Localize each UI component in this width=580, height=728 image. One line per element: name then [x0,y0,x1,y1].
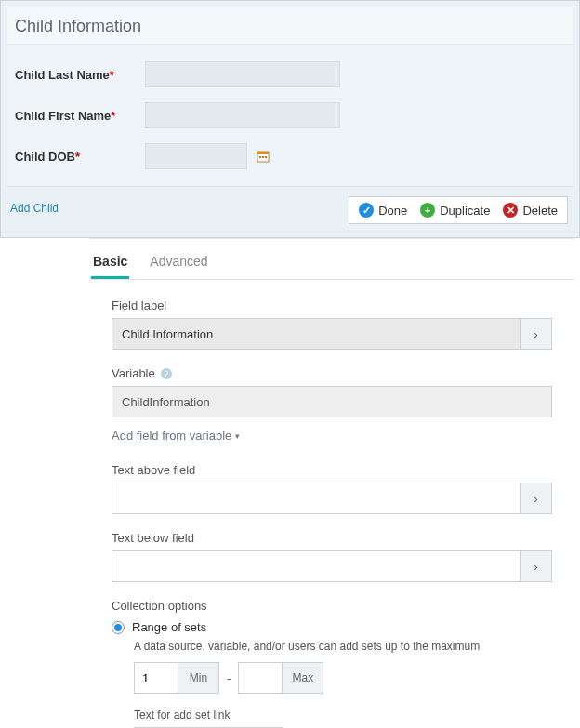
min-group: Min [134,662,219,694]
duplicate-label: Duplicate [440,204,490,218]
field-label-input[interactable] [112,318,521,350]
max-group: Max [238,662,323,694]
field-row-last-name: Child Last Name* [15,54,565,95]
chevron-right-icon: › [534,560,537,574]
radio-range-label: Range of sets [132,620,206,634]
input-first-name[interactable] [145,102,340,128]
range-sub-block: A data source, variable, and/or users ca… [134,640,552,728]
text-above-expand-button[interactable]: › [521,483,552,514]
input-last-name[interactable] [145,61,340,87]
label-first-name: Child First Name* [15,109,145,123]
text-below-expand-button[interactable]: › [521,550,552,582]
delete-icon: ✕ [503,203,518,218]
text-below-input[interactable] [112,550,521,582]
field-label-expand-button[interactable]: › [521,318,552,350]
radio-range-of-sets[interactable]: Range of sets [112,620,552,634]
editor-body: Field label › Variable ? Add field from … [89,280,574,728]
variable-label: Variable ? [112,366,552,380]
field-row-first-name: Child First Name* [15,95,565,136]
input-dob[interactable] [145,143,247,169]
chevron-right-icon: › [534,327,537,341]
variable-input[interactable] [112,386,552,417]
group-box: Child Information Child Last Name* Child… [7,7,573,187]
group-title: Child Information [7,7,573,44]
min-label: Min [178,663,218,693]
calendar-icon[interactable] [255,148,271,165]
max-input[interactable] [239,663,282,693]
text-above-label: Text above field [112,463,552,477]
delete-button[interactable]: ✕ Delete [503,203,558,218]
range-description: A data source, variable, and/or users ca… [134,640,552,653]
tabs: Basic Advanced [89,239,574,280]
text-above-input[interactable] [112,483,521,514]
range-row: Min - Max [134,662,552,694]
done-icon: ✓ [359,203,374,218]
caret-down-icon: ▾ [235,431,240,441]
svg-rect-1 [257,152,269,154]
label-last-name: Child Last Name* [15,68,145,82]
chevron-right-icon: › [534,492,537,506]
duplicate-button[interactable]: + Duplicate [420,203,490,218]
label-dob: Child DOB* [15,150,145,164]
field-label-label: Field label [112,298,552,312]
min-input[interactable] [135,663,178,693]
svg-rect-4 [265,156,267,158]
done-label: Done [378,204,407,218]
field-row-dob: Child DOB* [15,136,565,177]
text-below-label: Text below field [112,531,552,545]
editor-panel: Basic Advanced Field label › Variable ? … [89,238,574,728]
svg-rect-3 [262,156,264,158]
fields-block: Child Last Name* Child First Name* Child… [7,44,573,186]
action-bar: ✓ Done + Duplicate ✕ Delete [349,196,568,224]
preview-footer: Add Child ✓ Done + Duplicate ✕ Delete [1,192,579,237]
tab-basic[interactable]: Basic [91,246,129,279]
help-icon[interactable]: ? [161,368,172,379]
max-label: Max [282,663,323,693]
collection-options-header: Collection options [112,599,552,613]
delete-label: Delete [522,204,558,218]
range-dash: - [227,671,231,685]
duplicate-icon: + [420,203,435,218]
tab-advanced[interactable]: Advanced [148,246,209,279]
svg-rect-2 [259,156,261,158]
add-field-from-variable-link[interactable]: Add field from variable ▾ [112,429,552,443]
radio-icon-checked [112,621,125,634]
preview-panel: Child Information Child Last Name* Child… [0,0,580,238]
add-child-link[interactable]: Add Child [10,198,59,215]
add-set-link-label: Text for add set link [134,708,552,721]
done-button[interactable]: ✓ Done [359,203,407,218]
